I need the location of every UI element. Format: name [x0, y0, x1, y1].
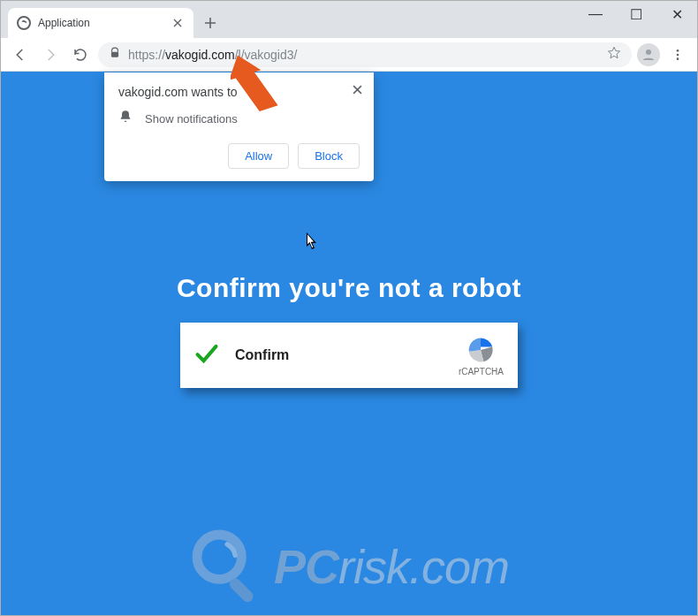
bell-icon [118, 110, 133, 127]
prompt-title: vakogid.com wants to [118, 85, 360, 99]
rcaptcha-badge: rCAPTCHA [459, 335, 504, 376]
maximize-button[interactable]: ☐ [616, 1, 656, 27]
url-path: /l/vakogid3/ [235, 48, 298, 62]
back-button[interactable] [8, 42, 33, 67]
browser-window: Application — ☐ ✕ https [0, 0, 698, 616]
close-prompt-icon[interactable] [349, 81, 365, 97]
lock-icon [109, 47, 121, 63]
headline-text: Confirm you're not a robot [177, 273, 521, 303]
rcaptcha-icon [466, 335, 496, 365]
tab-title: Application [38, 17, 163, 29]
watermark-bold: PC [274, 540, 338, 593]
url-host: vakogid.com [165, 48, 235, 62]
allow-button[interactable]: Allow [228, 143, 289, 169]
minimize-button[interactable]: — [575, 1, 616, 27]
forward-button[interactable] [38, 42, 63, 67]
prompt-permission-text: Show notifications [145, 112, 238, 125]
svg-point-3 [677, 53, 679, 56]
prompt-buttons: Allow Block [118, 143, 360, 169]
bookmark-star-icon[interactable] [607, 46, 621, 64]
rcaptcha-text: rCAPTCHA [459, 367, 504, 376]
new-tab-button[interactable] [201, 13, 220, 33]
watermark-text: PCrisk.com [274, 539, 509, 594]
svg-point-2 [677, 49, 679, 52]
permission-prompt: vakogid.com wants to Show notifications … [104, 72, 374, 181]
window-controls: — ☐ ✕ [575, 1, 697, 27]
captcha-box[interactable]: Confirm rCAPTCHA [180, 323, 518, 388]
svg-rect-6 [227, 576, 255, 605]
magnifier-icon [189, 527, 269, 606]
checkmark-icon [194, 341, 219, 369]
browser-tab[interactable]: Application [8, 8, 193, 38]
toolbar: https://vakogid.com/l/vakogid3/ [1, 38, 697, 72]
svg-rect-0 [111, 51, 118, 57]
prompt-permission-row: Show notifications [118, 110, 360, 127]
svg-point-1 [646, 49, 651, 55]
watermark-rest: risk.com [338, 540, 509, 593]
close-window-button[interactable]: ✕ [656, 1, 697, 27]
kebab-menu-icon[interactable] [665, 42, 690, 67]
close-tab-icon[interactable] [171, 16, 185, 30]
block-button[interactable]: Block [298, 143, 360, 169]
address-bar[interactable]: https://vakogid.com/l/vakogid3/ [98, 42, 632, 67]
svg-point-4 [677, 57, 679, 60]
reload-button[interactable] [68, 42, 93, 67]
globe-icon [17, 16, 31, 30]
titlebar: Application — ☐ ✕ [1, 1, 697, 38]
profile-avatar[interactable] [637, 43, 660, 66]
url-protocol: https:// [128, 48, 165, 62]
watermark: PCrisk.com [189, 527, 509, 606]
url-text: https://vakogid.com/l/vakogid3/ [128, 48, 297, 62]
captcha-label: Confirm [235, 347, 459, 363]
